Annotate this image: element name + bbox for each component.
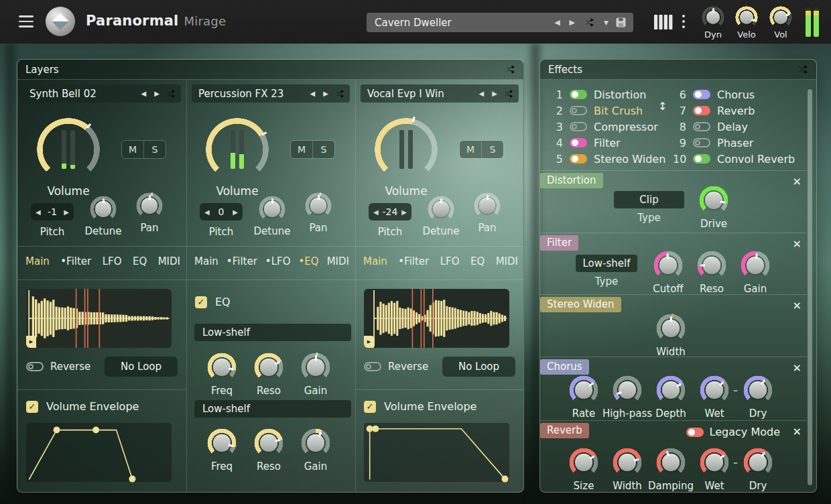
layer1-waveform-display[interactable]: ▶ <box>26 289 172 348</box>
layer2-eq-band1-type-select[interactable]: Low-shelf <box>194 324 351 341</box>
effect-row-distortion[interactable]: 1Distortion <box>550 89 665 100</box>
pitch-up-icon[interactable]: ▶ <box>401 208 407 216</box>
filter-toggle[interactable] <box>570 138 587 147</box>
preset-name[interactable]: Cavern Dweller <box>367 17 550 29</box>
layer2-tab-lfo[interactable]: •LFO <box>265 255 291 267</box>
layer2-tab-filter[interactable]: •Filter <box>227 255 257 267</box>
menu-icon[interactable] <box>19 15 34 27</box>
reverb-width-knob[interactable]: Width <box>613 448 642 477</box>
layer1-random-sample-icon[interactable] <box>166 89 176 99</box>
layer2-eq2-reso-knob[interactable]: Reso <box>254 428 283 458</box>
layer3-tab-eq[interactable]: EQ <box>470 255 485 267</box>
preset-next-button[interactable]: ▶ <box>565 18 580 27</box>
layer1-pitch-stepper[interactable]: ◀ -1 ▶ <box>31 203 74 220</box>
layer1-solo-button[interactable]: S <box>144 141 166 158</box>
convol-reverb-toggle[interactable] <box>693 154 710 164</box>
distortion-type-select[interactable]: Clip <box>614 191 684 208</box>
chorus-toggle[interactable] <box>693 90 710 99</box>
chorus-dry-knob[interactable]: Dry <box>743 375 773 405</box>
effect-row-phaser[interactable]: 9Phaser <box>673 137 795 148</box>
layer1-mute-button[interactable]: M <box>122 141 144 158</box>
layer1-volume-envelope-editor[interactable] <box>26 423 172 482</box>
preset-dropdown-icon[interactable]: ▼ <box>599 19 613 26</box>
reverb-toggle[interactable] <box>693 106 710 115</box>
layer2-eq-checkbox[interactable]: ✓ <box>195 296 207 308</box>
layer2-mute-button[interactable]: M <box>291 141 313 158</box>
layer3-volume-envelope-editor[interactable] <box>364 423 509 482</box>
width-knob[interactable]: Width <box>656 314 686 343</box>
layer3-prev-sample-button[interactable]: ◀ <box>475 90 489 97</box>
layer3-tab-filter[interactable]: •Filter <box>398 255 429 267</box>
layer2-random-sample-icon[interactable] <box>335 89 344 99</box>
reverb-wet-knob[interactable]: Wet <box>700 448 729 477</box>
stereo-widen-toggle[interactable] <box>570 154 587 164</box>
layer3-reverse-toggle[interactable] <box>364 362 381 371</box>
layer2-pan-knob[interactable]: Pan <box>305 192 332 219</box>
layer1-prev-sample-button[interactable]: ◀ <box>137 90 151 97</box>
size-knob[interactable]: Size <box>569 448 598 477</box>
distortion-toggle[interactable] <box>570 90 587 99</box>
keyboard-icon[interactable] <box>654 14 673 30</box>
phaser-toggle[interactable] <box>693 138 710 147</box>
reverb-dry-knob[interactable]: Dry <box>743 448 773 477</box>
layer3-random-sample-icon[interactable] <box>504 89 513 99</box>
pitch-up-icon[interactable]: ▶ <box>64 208 69 216</box>
layer3-next-sample-button[interactable]: ▶ <box>488 90 501 97</box>
velo-knob[interactable] <box>735 6 758 29</box>
effects-scrollbar[interactable] <box>808 89 812 485</box>
layer1-tab-main[interactable]: Main <box>25 255 50 267</box>
layer1-next-sample-button[interactable]: ▶ <box>150 90 164 97</box>
effect-row-chorus[interactable]: 6Chorus <box>673 89 795 100</box>
layer2-prev-sample-button[interactable]: ◀ <box>306 90 320 97</box>
layer2-name-bar[interactable]: Percussion FX 23 ◀ ▶ <box>192 84 350 103</box>
layer1-reverse-toggle[interactable] <box>26 362 44 371</box>
layer3-name-bar[interactable]: Vocal Evp I Win ◀ ▶ <box>361 84 519 103</box>
effect-row-filter[interactable]: 4Filter <box>550 137 665 148</box>
layer2-eq-band2-type-select[interactable]: Low-shelf <box>194 400 351 418</box>
layer2-tab-main[interactable]: Main <box>194 255 218 267</box>
layer1-pan-knob[interactable]: Pan <box>136 192 163 219</box>
layer2-next-sample-button[interactable]: ▶ <box>319 90 332 97</box>
pitch-down-icon[interactable]: ◀ <box>204 208 210 216</box>
pitch-down-icon[interactable]: ◀ <box>36 208 41 216</box>
layer2-pitch-stepper[interactable]: ◀ 0 ▶ <box>200 203 243 220</box>
layer3-tab-lfo[interactable]: LFO <box>440 255 460 267</box>
layer3-waveform-display[interactable]: ▶ <box>364 289 509 348</box>
layer2-tab-eq[interactable]: •EQ <box>299 255 319 267</box>
layer3-envelope-checkbox[interactable]: ✓ <box>364 401 376 413</box>
layer3-solo-button[interactable]: S <box>482 141 503 158</box>
reso-knob[interactable]: Reso <box>697 251 726 280</box>
layer2-detune-knob[interactable]: Detune <box>259 196 285 223</box>
layer2-eq1-freq-knob[interactable]: Freq <box>207 353 237 382</box>
stereo-widen-close-icon[interactable]: × <box>793 299 802 312</box>
wet-dry-link[interactable]: – <box>733 385 738 395</box>
effect-row-convol-reverb[interactable]: 10Convol Reverb <box>673 153 795 164</box>
layer2-eq1-gain-knob[interactable]: Gain <box>301 353 330 382</box>
reverb-close-icon[interactable]: × <box>793 425 802 438</box>
compressor-toggle[interactable] <box>570 122 587 131</box>
layer1-loop-mode-button[interactable]: No Loop <box>105 357 178 377</box>
more-options-icon[interactable] <box>682 15 685 28</box>
high-pass-knob[interactable]: High-pass <box>613 375 642 405</box>
vol-knob[interactable] <box>769 6 792 29</box>
rate-knob[interactable]: Rate <box>569 375 598 405</box>
effects-random-icon[interactable] <box>798 64 808 74</box>
layer3-sample-start-handle[interactable]: ▶ <box>364 336 374 348</box>
reorder-drag-icon[interactable]: ↕ <box>658 100 667 113</box>
layer1-envelope-checkbox[interactable]: ✓ <box>26 401 38 413</box>
chorus-wet-knob[interactable]: Wet <box>700 375 729 405</box>
effect-row-compressor[interactable]: 3Compressor <box>550 121 665 132</box>
pitch-up-icon[interactable]: ▶ <box>233 208 238 216</box>
distortion-close-icon[interactable]: × <box>793 175 802 188</box>
layer3-loop-mode-button[interactable]: No Loop <box>442 357 515 377</box>
layer1-sample-start-handle[interactable]: ▶ <box>26 336 36 348</box>
effect-row-stereo-widen[interactable]: 5Stereo Widen <box>550 153 665 164</box>
layer3-volume-knob[interactable]: Volume <box>373 116 440 183</box>
layer3-tab-midi[interactable]: MIDI <box>496 255 518 267</box>
preset-prev-button[interactable]: ◀ <box>550 18 564 27</box>
layer2-volume-knob[interactable]: Volume <box>204 116 271 183</box>
save-icon[interactable] <box>616 17 627 28</box>
layer1-detune-knob[interactable]: Detune <box>90 196 117 223</box>
layer3-tab-main[interactable]: Main <box>363 255 387 267</box>
layer1-tab-eq[interactable]: EQ <box>133 255 147 267</box>
